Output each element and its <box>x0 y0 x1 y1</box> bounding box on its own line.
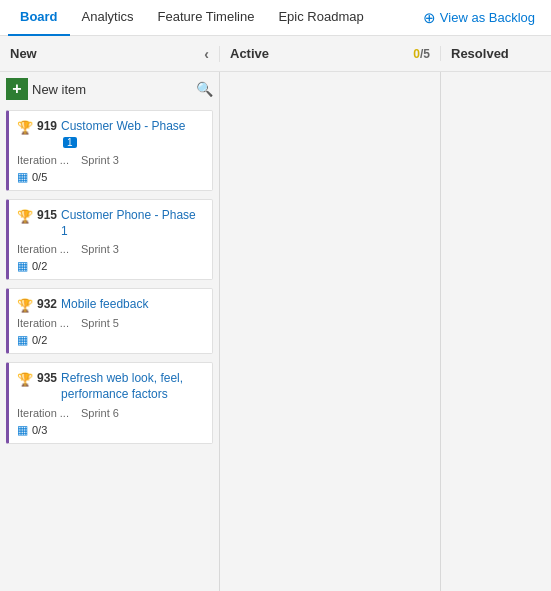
columns-header: New ‹ Active 0/5 Resolved <box>0 36 551 72</box>
card-title: Customer Web - Phase 1 <box>61 119 204 150</box>
plus-icon: + <box>12 80 21 98</box>
card-meta: Iteration ... Sprint 5 <box>17 317 204 329</box>
tab-epic-roadmap[interactable]: Epic Roadmap <box>266 0 375 36</box>
active-column <box>220 72 441 591</box>
card-915[interactable]: 🏆 915 Customer Phone - Phase 1 Iteration… <box>6 199 213 280</box>
trophy-icon: 🏆 <box>17 209 33 224</box>
card-footer: ▦ 0/3 <box>17 423 204 437</box>
story-points-icon: ▦ <box>17 259 28 273</box>
resolved-column <box>441 72 551 591</box>
story-points-icon: ▦ <box>17 170 28 184</box>
story-points-icon: ▦ <box>17 333 28 347</box>
card-meta: Iteration ... Sprint 6 <box>17 407 204 419</box>
card-id: 919 <box>37 119 57 133</box>
card-meta: Iteration ... Sprint 3 <box>17 243 204 255</box>
tab-analytics[interactable]: Analytics <box>70 0 146 36</box>
tab-feature-timeline[interactable]: Feature Timeline <box>146 0 267 36</box>
card-id: 915 <box>37 208 57 222</box>
card-footer: ▦ 0/2 <box>17 259 204 273</box>
card-sprint: Sprint 5 <box>81 317 119 329</box>
trophy-icon: 🏆 <box>17 120 33 135</box>
card-iteration: Iteration ... <box>17 317 69 329</box>
card-title: Customer Phone - Phase 1 <box>61 208 204 239</box>
card-meta: Iteration ... Sprint 3 <box>17 154 204 166</box>
card-iteration: Iteration ... <box>17 243 69 255</box>
story-points: 0/5 <box>32 171 47 183</box>
collapse-new-column-button[interactable]: ‹ <box>204 46 209 62</box>
resolved-column-title: Resolved <box>451 46 509 61</box>
active-column-header: Active 0/5 <box>220 46 441 61</box>
resolved-column-header: Resolved <box>441 46 551 61</box>
top-navigation: Board Analytics Feature Timeline Epic Ro… <box>0 0 551 36</box>
card-919[interactable]: 🏆 919 Customer Web - Phase 1 Iteration .… <box>6 110 213 191</box>
board-content: + New item 🔍 🏆 919 Customer Web - Phase … <box>0 72 551 591</box>
new-column-header: New ‹ <box>0 46 220 62</box>
card-932[interactable]: 🏆 932 Mobile feedback Iteration ... Spri… <box>6 288 213 354</box>
circle-arrow-icon: ⊕ <box>423 9 436 27</box>
new-item-toolbar: + New item 🔍 <box>0 72 219 106</box>
card-id: 932 <box>37 297 57 311</box>
tab-board[interactable]: Board <box>8 0 70 36</box>
card-935[interactable]: 🏆 935 Refresh web look, feel, performanc… <box>6 362 213 443</box>
view-as-backlog-button[interactable]: ⊕ View as Backlog <box>415 5 543 31</box>
card-sprint: Sprint 3 <box>81 243 119 255</box>
active-column-count: 0/5 <box>413 47 430 61</box>
trophy-icon: 🏆 <box>17 298 33 313</box>
card-iteration: Iteration ... <box>17 154 69 166</box>
search-icon[interactable]: 🔍 <box>196 81 213 97</box>
card-sprint: Sprint 6 <box>81 407 119 419</box>
story-points: 0/3 <box>32 424 47 436</box>
card-footer: ▦ 0/2 <box>17 333 204 347</box>
card-title: Refresh web look, feel, performance fact… <box>61 371 204 402</box>
card-iteration: Iteration ... <box>17 407 69 419</box>
new-column: + New item 🔍 🏆 919 Customer Web - Phase … <box>0 72 220 591</box>
new-column-title: New <box>10 46 37 61</box>
active-column-title: Active <box>230 46 269 61</box>
card-title: Mobile feedback <box>61 297 148 313</box>
story-points-icon: ▦ <box>17 423 28 437</box>
trophy-icon: 🏆 <box>17 372 33 387</box>
add-new-item-button[interactable]: + <box>6 78 28 100</box>
story-points: 0/2 <box>32 260 47 272</box>
card-id: 935 <box>37 371 57 385</box>
card-sprint: Sprint 3 <box>81 154 119 166</box>
story-points: 0/2 <box>32 334 47 346</box>
card-footer: ▦ 0/5 <box>17 170 204 184</box>
new-item-label: New item <box>32 82 192 97</box>
